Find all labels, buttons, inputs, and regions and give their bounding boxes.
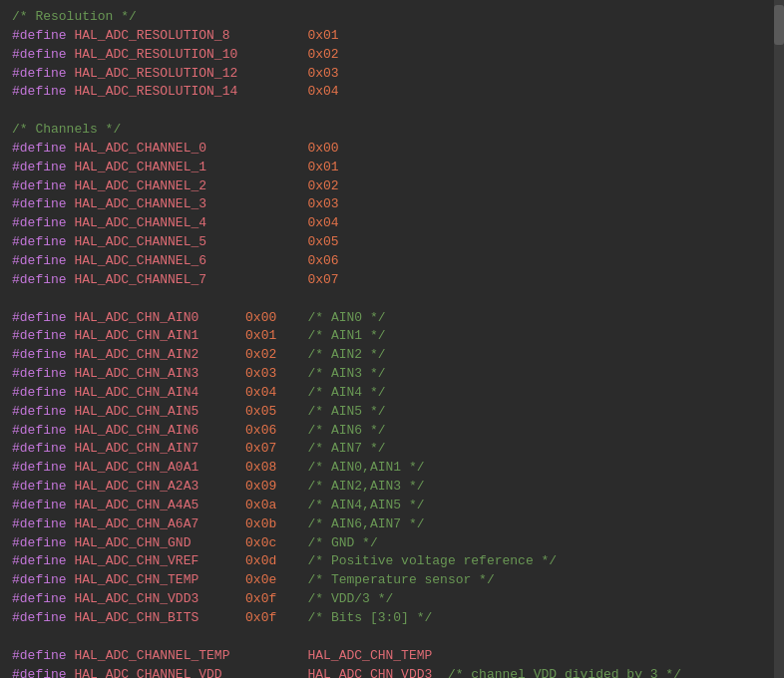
scrollbar[interactable]: [774, 0, 784, 678]
scrollbar-thumb[interactable]: [774, 5, 784, 45]
code-editor: /* Resolution */#define HAL_ADC_RESOLUTI…: [0, 0, 784, 678]
